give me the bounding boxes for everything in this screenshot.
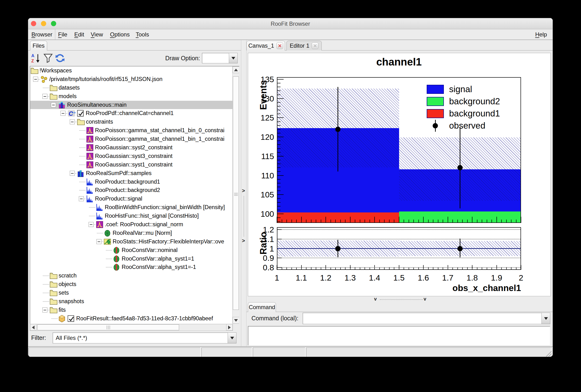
tree-item-scratch[interactable]: scratch bbox=[30, 272, 232, 280]
status-cell-1 bbox=[28, 348, 200, 357]
tree-vertical-scrollbar[interactable] bbox=[232, 66, 239, 324]
filter-funnel-icon[interactable] bbox=[43, 53, 53, 63]
scroll-left-button[interactable] bbox=[30, 324, 36, 330]
collapse-expander-icon[interactable] bbox=[70, 171, 75, 176]
tree-item-snapshots[interactable]: snapshots bbox=[30, 297, 232, 306]
draw-option-dropdown-button[interactable] bbox=[229, 53, 237, 63]
tree-item-rooproduct-background2[interactable]: RooProduct::background2 bbox=[30, 186, 232, 194]
tab-editor-1[interactable]: Editor 1✕ bbox=[286, 41, 322, 50]
command-output-area[interactable] bbox=[248, 326, 550, 346]
collapse-expander-icon[interactable] bbox=[60, 111, 65, 116]
scroll-down-button[interactable] bbox=[233, 317, 239, 324]
menu-item-browser[interactable]: Browser bbox=[31, 29, 52, 40]
x-tick bbox=[389, 220, 390, 223]
collapse-expander-icon[interactable] bbox=[70, 119, 75, 124]
tree-horizontal-scrollbar[interactable] bbox=[30, 324, 233, 331]
ratio-y-tick bbox=[277, 229, 282, 230]
command-input-combobox[interactable] bbox=[303, 313, 550, 324]
tree-item--workspaces[interactable]: !Workspaces bbox=[30, 66, 232, 75]
root-canvas[interactable]: channel1100105110115120125130135Eventssi… bbox=[248, 53, 551, 296]
tree-item-roosimultaneous-main[interactable]: RooSimultaneous::main bbox=[30, 101, 232, 109]
az-sort-icon[interactable]: A Z bbox=[31, 53, 41, 63]
tree-item-rooproduct-signal[interactable]: RooProduct::signal bbox=[30, 194, 232, 203]
x-tick bbox=[306, 220, 306, 223]
tab-command[interactable]: Command bbox=[248, 302, 276, 312]
folder-icon bbox=[49, 84, 58, 92]
collapse-expander-icon[interactable] bbox=[88, 222, 93, 227]
tree-item-label: RooProdPdf::channelCat=channel1 bbox=[86, 109, 174, 118]
tree-item-label: RooRealVar::mu [Norm] bbox=[113, 229, 172, 238]
close-tab-icon[interactable]: ✕ bbox=[312, 42, 318, 49]
filter-dropdown-button[interactable] bbox=[228, 333, 236, 343]
tree-item-roopoisson-gamma-stat-channel1-bin-0-con[interactable]: RooPoisson::gamma_stat_channel1_bin_0_co… bbox=[30, 126, 232, 135]
ratio-x-tick bbox=[462, 268, 463, 270]
tree-item-datasets[interactable]: datasets bbox=[30, 84, 232, 92]
leaf-icon bbox=[103, 229, 112, 237]
collapse-expander-icon[interactable] bbox=[33, 77, 38, 82]
ratio-x-tick bbox=[492, 268, 492, 270]
tree-item-roofitresult-faed54a8-7d53-11ed-8c37-1cb[interactable]: RooFitResult::faed54a8-7d53-11ed-8c37-1c… bbox=[30, 314, 232, 323]
window-titlebar[interactable]: RooFit Browser bbox=[28, 18, 553, 29]
collapse-expander-icon[interactable] bbox=[42, 94, 47, 99]
menu-item-file[interactable]: File bbox=[58, 29, 67, 40]
tree-item-roogaussian-syst3-constraint[interactable]: RooGaussian::syst3_constraint bbox=[30, 152, 232, 160]
x-tick bbox=[511, 220, 512, 223]
tree-scroll-thumb[interactable] bbox=[233, 76, 239, 310]
tree-item-roogaussian-syst2-constraint[interactable]: RooGaussian::syst2_constraint bbox=[30, 143, 232, 152]
ratio-x-tick bbox=[326, 265, 326, 270]
x-tick bbox=[374, 217, 375, 223]
tree-item-roostats-histfactory-flexibleinterpvar-o[interactable]: RooStats::HistFactory::FlexibleInterpVar… bbox=[30, 238, 232, 246]
tab-files[interactable]: Files bbox=[30, 41, 47, 50]
x-tick bbox=[282, 220, 282, 223]
filter-combobox[interactable]: All Files (*.*) bbox=[53, 332, 236, 344]
refresh-icon[interactable] bbox=[55, 53, 65, 63]
tree-item-roobinwidthfunction-signal-binwidth-dens[interactable]: RooBinWidthFunction::signal_binWidth [De… bbox=[30, 203, 232, 212]
collapse-expander-icon[interactable] bbox=[51, 102, 56, 108]
collapse-expander-icon[interactable] bbox=[96, 239, 101, 244]
menu-item-options[interactable]: Options bbox=[110, 29, 130, 40]
tree-item-rooprodpdf-channelcat-channel1[interactable]: C++RooProdPdf::channelCat=channel1 bbox=[30, 109, 232, 118]
tree-item-label: RooHistFunc::hist_signal [ConstHisto] bbox=[105, 212, 199, 220]
collapse-expander-icon[interactable] bbox=[79, 196, 84, 201]
tree-item-label: RooSimultaneous::main bbox=[67, 101, 127, 109]
menu-item-view[interactable]: View bbox=[91, 29, 103, 40]
menu-item-help[interactable]: Help bbox=[535, 29, 547, 40]
tree-item-roorealsumpdf-samples[interactable]: RooRealSumPdf::samples bbox=[30, 169, 232, 178]
tree-item-rooconstvar-alpha-syst1-1[interactable]: RooConstVar::alpha_syst1=1 bbox=[30, 254, 232, 263]
tree-item-constraints[interactable]: constraints bbox=[30, 118, 232, 126]
x-tick bbox=[506, 220, 507, 223]
tree-item-rooconstvar-alpha-syst1-1[interactable]: RooConstVar::alpha_syst1=-1 bbox=[30, 263, 232, 272]
tree-item-roopoisson-gamma-stat-channel1-bin-1-con[interactable]: RooPoisson::gamma_stat_channel1_bin_1_co… bbox=[30, 135, 232, 143]
horizontal-splitter[interactable]: v v bbox=[246, 297, 553, 303]
tree-item-roohistfunc-hist-signal-consthisto-[interactable]: RooHistFunc::hist_signal [ConstHisto] bbox=[30, 212, 232, 220]
scroll-right-button[interactable] bbox=[226, 324, 233, 330]
vertical-splitter[interactable]: > > bbox=[241, 40, 246, 346]
x-tick bbox=[286, 220, 287, 223]
tree-item-rooproduct-background1[interactable]: RooProduct::background1 bbox=[30, 178, 232, 186]
scroll-up-button[interactable] bbox=[233, 66, 239, 73]
resize-grip[interactable] bbox=[544, 349, 552, 356]
tree-hscroll-thumb[interactable] bbox=[37, 324, 179, 330]
tree-item-sets[interactable]: sets bbox=[30, 289, 232, 297]
ratio-x-tick bbox=[423, 265, 424, 270]
checkbox-checked[interactable] bbox=[68, 315, 74, 322]
y-tick-label: 125 bbox=[253, 113, 274, 122]
tree-item--private-tmp-tutorials-roofit-rf515-hfjs[interactable]: /private/tmp/tutorials/roofit/rf515_hfJS… bbox=[30, 75, 232, 84]
tree-item-objects[interactable]: objects bbox=[30, 280, 232, 289]
tree-item-fits[interactable]: fits bbox=[30, 306, 232, 314]
tree-item-rooconstvar-nominal[interactable]: RooConstVar::nominal bbox=[30, 246, 232, 254]
tree-item-models[interactable]: models bbox=[30, 92, 232, 101]
tab-canvas-1[interactable]: Canvas_1✕ bbox=[246, 41, 285, 50]
tree-item--coef-rooproduct-signal-norm[interactable]: .coef: RooProduct::signal_norm bbox=[30, 220, 232, 229]
menu-item-edit[interactable]: Edit bbox=[74, 29, 84, 40]
ratio-gridline bbox=[277, 258, 521, 258]
close-tab-icon[interactable]: ✕ bbox=[276, 42, 283, 49]
tree-item-roorealvar-mu-norm-[interactable]: RooRealVar::mu [Norm] bbox=[30, 229, 232, 238]
collapse-expander-icon[interactable] bbox=[42, 308, 47, 312]
ratio-x-tick bbox=[516, 268, 517, 270]
command-dropdown-button[interactable] bbox=[542, 313, 550, 324]
tree-item-roogaussian-syst1-constraint[interactable]: RooGaussian::syst1_constraint bbox=[30, 160, 232, 169]
draw-option-combobox[interactable] bbox=[202, 53, 238, 63]
checkbox-checked[interactable] bbox=[77, 110, 83, 116]
menu-item-tools[interactable]: Tools bbox=[136, 29, 149, 40]
